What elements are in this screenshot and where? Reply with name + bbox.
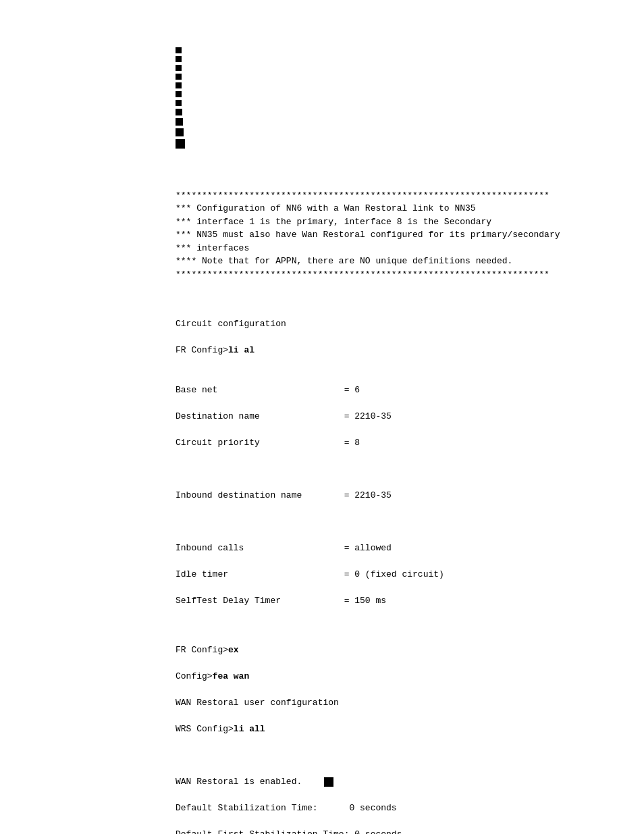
- bullet-square-1: [176, 47, 182, 53]
- circuit-selftest: SelfTest Delay Timer = 150 ms: [176, 596, 386, 606]
- wrs-cmd2: Config>fea wan: [176, 671, 249, 681]
- bullet-item-9: [176, 118, 617, 126]
- circuit-dest-name: Destination name = 2210-35: [176, 411, 392, 421]
- bullet-item-1: [176, 47, 617, 53]
- circuit-idle-timer: Idle timer = 0 (fixed circuit): [176, 569, 444, 579]
- bullet-item-4: [176, 74, 617, 80]
- bullet-section: [27, 47, 617, 149]
- header-comment-block: ****************************************…: [176, 176, 590, 294]
- bullet-item-3: [176, 65, 617, 71]
- header-line7: ****************************************…: [176, 269, 549, 280]
- header-line1: ****************************************…: [176, 190, 549, 201]
- bullet-item-2: [176, 56, 617, 62]
- circuit-section: Circuit configuration FR Config>li al Ba…: [176, 305, 590, 621]
- bullet-item-11: [176, 139, 617, 149]
- bullet-square-8: [176, 109, 182, 115]
- wrs-section: FR Config>ex Config>fea wan WAN Restoral…: [176, 631, 590, 835]
- bullet-item-10: [176, 128, 617, 136]
- bullet-square-5: [176, 82, 182, 88]
- header-line6: **** Note that for APPN, there are NO un…: [176, 256, 512, 266]
- bullet-item-8: [176, 109, 617, 115]
- header-line3: *** interface 1 is the primary, interfac…: [176, 217, 491, 227]
- header-line5: *** interfaces: [176, 243, 249, 253]
- bullet-item-7: [176, 100, 617, 106]
- bullet-square-3: [176, 65, 182, 71]
- bullet-square-4: [176, 74, 182, 80]
- bullet-item-6: [176, 91, 617, 97]
- bullet-square-10: [176, 128, 184, 136]
- wrs-cmd3: WRS Config>li all: [176, 724, 265, 734]
- bullet-square-2: [176, 56, 182, 62]
- header-line2: *** Configuration of NN6 with a Wan Rest…: [176, 203, 476, 213]
- bullet-square-9: [176, 118, 183, 126]
- bullet-square-6: [176, 91, 182, 97]
- content-area: ****************************************…: [27, 176, 617, 834]
- wrs-cmd1: FR Config>ex: [176, 645, 239, 655]
- wrs-title: WAN Restoral user configuration: [176, 698, 339, 708]
- circuit-inbound-dest: Inbound destination name = 2210-35: [176, 490, 392, 500]
- bullet-square-11: [176, 139, 185, 149]
- wrs-first-stab: Default First Stabilization Time: 0 seco…: [176, 829, 402, 834]
- page-container: ****************************************…: [0, 14, 644, 834]
- circuit-title: Circuit configuration: [176, 319, 286, 329]
- wrs-stab-time: Default Stabilization Time: 0 seconds: [176, 803, 397, 813]
- wan-restoral-icon: [324, 777, 333, 787]
- circuit-base-net: Base net = 6: [176, 385, 360, 395]
- circuit-priority: Circuit priority = 8: [176, 438, 360, 448]
- bullet-square-7: [176, 100, 182, 106]
- circuit-cmd1: FR Config>li al: [176, 345, 254, 355]
- header-line4: *** NN35 must also have Wan Restoral con…: [176, 230, 560, 240]
- circuit-inbound-calls: Inbound calls = allowed: [176, 543, 392, 553]
- wrs-enabled-line: WAN Restoral is enabled.: [176, 777, 335, 787]
- bullet-item-5: [176, 82, 617, 88]
